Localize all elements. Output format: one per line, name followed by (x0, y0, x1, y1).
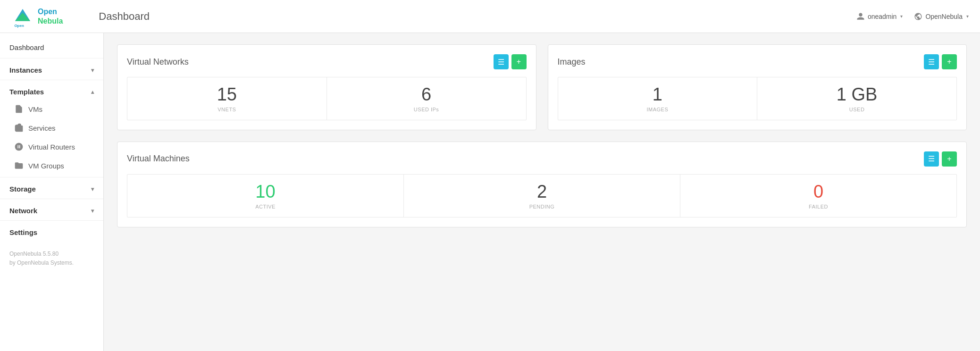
divider-3 (0, 177, 103, 177)
images-used-stat: 1 GB USED (757, 77, 956, 120)
cards-row-2: Virtual Machines ☰ + 10 ACTIVE 2 PENDING (117, 142, 967, 227)
user-icon (856, 12, 865, 21)
images-used-value: 1 GB (763, 85, 951, 105)
templates-label: Templates (9, 88, 44, 96)
vnets-value: 15 (133, 85, 321, 105)
images-add-button[interactable]: + (942, 54, 957, 69)
network-label: Network (9, 207, 37, 215)
page-title: Dashboard (99, 10, 150, 23)
vnets-label: VNETS (133, 107, 321, 112)
failed-value: 0 (686, 182, 951, 202)
virtual-machines-card: Virtual Machines ☰ + 10 ACTIVE 2 PENDING (117, 142, 967, 227)
user-name: oneadmin (868, 13, 897, 20)
divider-5 (0, 220, 103, 221)
header: Open Nebula Open Nebula Dashboard oneadm… (0, 0, 980, 33)
logo-icon: Open Nebula (11, 5, 34, 28)
sidebar: Dashboard Instances ▾ Templates ▴ VMs Se… (0, 33, 104, 351)
footer-by: by OpenNebula Systems. (9, 259, 94, 267)
pending-stat: 2 PENDING (404, 175, 680, 217)
virtual-machines-actions: ☰ + (924, 151, 957, 167)
sidebar-item-services[interactable]: Services (5, 118, 103, 137)
sidebar-section-storage[interactable]: Storage ▾ (0, 179, 103, 197)
sidebar-section-templates[interactable]: Templates ▴ (0, 82, 103, 100)
divider-2 (0, 80, 103, 80)
used-ips-value: 6 (333, 85, 520, 105)
dashboard-label: Dashboard (9, 43, 44, 51)
virtual-networks-card: Virtual Networks ☰ + 15 VNETS 6 USED IPs (117, 44, 536, 130)
virtual-networks-card-header: Virtual Networks ☰ + (127, 54, 527, 69)
vms-label: VMs (28, 105, 42, 113)
images-stats: 1 IMAGES 1 GB USED (558, 77, 957, 120)
virtual-machines-list-button[interactable]: ☰ (924, 151, 939, 167)
storage-caret: ▾ (91, 186, 94, 192)
sidebar-section-network[interactable]: Network ▾ (0, 201, 103, 218)
virtual-networks-stats: 15 VNETS 6 USED IPs (127, 77, 527, 120)
images-actions: ☰ + (924, 54, 957, 69)
pending-label: PENDING (410, 204, 674, 209)
globe-icon (914, 12, 922, 21)
network-caret: ▾ (91, 208, 94, 214)
images-title: Images (558, 57, 586, 67)
templates-submenu: VMs Services Virtual Routers VM Groups (0, 100, 103, 175)
virtual-machines-stats: 10 ACTIVE 2 PENDING 0 FAILED (127, 174, 957, 217)
images-list-button[interactable]: ☰ (924, 54, 939, 69)
storage-label: Storage (9, 185, 36, 193)
user-menu[interactable]: oneadmin ▾ (856, 12, 903, 21)
virtual-networks-title: Virtual Networks (127, 57, 189, 67)
virtual-networks-actions: ☰ + (494, 54, 527, 69)
failed-label: FAILED (686, 204, 951, 209)
instances-label: Instances (9, 66, 42, 74)
virtual-networks-list-button[interactable]: ☰ (494, 54, 509, 69)
images-count-value: 1 (564, 85, 752, 105)
user-caret: ▾ (900, 14, 903, 19)
images-count-label: IMAGES (564, 107, 752, 112)
used-ips-label: USED IPs (333, 107, 520, 112)
sidebar-section-settings[interactable]: Settings (0, 223, 103, 240)
sidebar-section-instances[interactable]: Instances ▾ (0, 60, 103, 78)
virtual-networks-add-button[interactable]: + (511, 54, 527, 69)
vm-groups-icon (14, 161, 24, 170)
cards-row-1: Virtual Networks ☰ + 15 VNETS 6 USED IPs (117, 44, 967, 130)
pending-value: 2 (410, 182, 674, 202)
active-stat: 10 ACTIVE (127, 175, 404, 217)
sidebar-item-vms[interactable]: VMs (5, 100, 103, 118)
virtual-machines-add-button[interactable]: + (942, 151, 957, 167)
instances-caret: ▾ (91, 67, 94, 74)
used-ips-stat: 6 USED IPs (327, 77, 526, 120)
sidebar-footer: OpenNebula 5.5.80 by OpenNebula Systems. (0, 240, 103, 272)
main-content: Virtual Networks ☰ + 15 VNETS 6 USED IPs (104, 33, 980, 351)
services-label: Services (28, 124, 56, 132)
virtual-routers-label: Virtual Routers (28, 143, 75, 151)
images-used-label: USED (763, 107, 951, 112)
divider-4 (0, 199, 103, 199)
virtual-routers-icon (14, 142, 24, 151)
vms-icon (14, 104, 24, 114)
failed-stat: 0 FAILED (680, 175, 956, 217)
sidebar-item-virtual-routers[interactable]: Virtual Routers (5, 137, 103, 156)
services-icon (14, 123, 24, 133)
virtual-machines-title: Virtual Machines (127, 154, 190, 164)
images-card: Images ☰ + 1 IMAGES 1 GB USED (548, 44, 967, 130)
divider-1 (0, 58, 103, 58)
sidebar-item-dashboard[interactable]: Dashboard (0, 39, 103, 56)
cloud-menu[interactable]: OpenNebula ▾ (914, 12, 969, 21)
virtual-machines-card-header: Virtual Machines ☰ + (127, 151, 957, 167)
footer-version: OpenNebula 5.5.80 (9, 250, 94, 259)
svg-text:Open: Open (14, 24, 24, 28)
active-label: ACTIVE (133, 204, 398, 209)
sidebar-item-vm-groups[interactable]: VM Groups (5, 156, 103, 175)
images-card-header: Images ☰ + (558, 54, 957, 69)
header-left: Open Nebula Open Nebula Dashboard (11, 5, 150, 28)
vm-groups-label: VM Groups (28, 162, 64, 170)
settings-label: Settings (9, 228, 37, 236)
templates-caret: ▴ (91, 89, 94, 95)
images-count-stat: 1 IMAGES (558, 77, 758, 120)
logo: Open Nebula Open Nebula (11, 5, 63, 28)
vnets-stat: 15 VNETS (127, 77, 327, 120)
active-value: 10 (133, 182, 398, 202)
cloud-name: OpenNebula (925, 13, 963, 20)
header-right: oneadmin ▾ OpenNebula ▾ (856, 12, 969, 21)
cloud-caret: ▾ (966, 14, 969, 19)
app-body: Dashboard Instances ▾ Templates ▴ VMs Se… (0, 33, 980, 351)
